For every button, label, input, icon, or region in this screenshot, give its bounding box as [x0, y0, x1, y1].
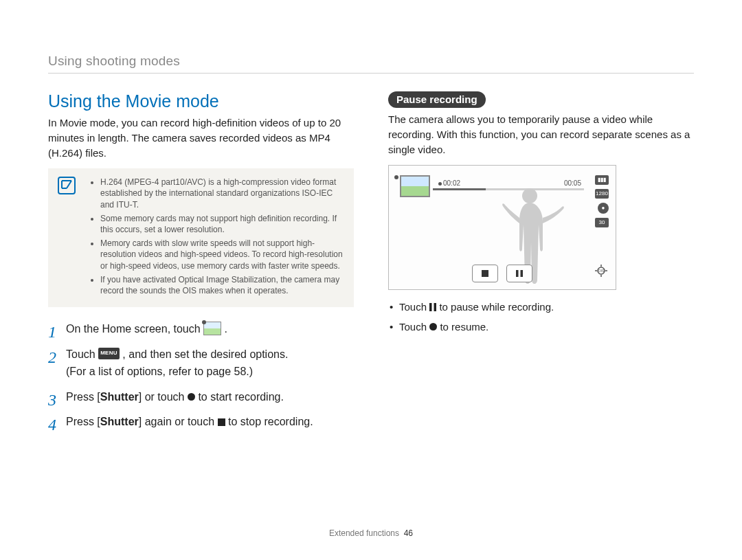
section-title: Using the Movie mode: [48, 91, 354, 111]
note-item: Memory cards with slow write speeds will…: [100, 238, 343, 271]
note-item: H.264 (MPEG-4 part10/AVC) is a high-comp…: [100, 177, 343, 210]
step-text: to start recording.: [198, 391, 284, 403]
footer-section: Extended functions: [329, 528, 399, 538]
svg-rect-4: [516, 270, 519, 277]
right-column: Pause recording The camera allows you to…: [388, 91, 694, 439]
pause-icon: [429, 303, 436, 311]
playback-controls: [472, 265, 532, 282]
progress-fill: [433, 188, 486, 190]
left-column: Using the Movie mode In Movie mode, you …: [48, 91, 354, 439]
shutter-label: Shutter: [100, 416, 139, 427]
svg-rect-7: [434, 303, 437, 311]
note-icon: [58, 177, 76, 194]
menu-icon: MENU: [98, 348, 120, 359]
bullet-text: to pause while recording.: [439, 301, 554, 313]
intro-paragraph: The camera allows you to temporarily pau…: [388, 112, 694, 157]
note-item: If you have activated Optical Image Stab…: [100, 274, 343, 296]
step-text: ] again or touch: [139, 416, 218, 427]
step-text: .: [225, 323, 227, 335]
step-2: Touch MENU , and then set the desired op…: [48, 346, 354, 381]
step-4: Press [Shutter] again or touch to stop r…: [48, 414, 354, 431]
svg-rect-6: [429, 303, 432, 311]
bullet-item: Touch to pause while recording.: [388, 300, 694, 315]
step-text: , and then set the desired options.: [122, 348, 288, 360]
bullet-text: Touch: [399, 301, 429, 313]
home-thumbnail-icon: [203, 322, 221, 335]
note-item: Some memory cards may not support high d…: [100, 213, 343, 235]
record-indicator-icon: [394, 175, 398, 179]
record-dot-icon: [188, 393, 195, 401]
shutter-label: Shutter: [100, 391, 139, 403]
elapsed-time: 00:02: [438, 179, 460, 187]
subsection-pill: Pause recording: [388, 91, 486, 108]
breadcrumb: Using shooting modes: [48, 54, 694, 69]
camera-screen-preview: 00:02 00:05 ▮▮▮ 1280 ● 30 OIS: [388, 165, 616, 290]
step-subtext: (For a list of options, refer to page 58…: [66, 366, 253, 377]
note-box: H.264 (MPEG-4 part10/AVC) is a high-comp…: [48, 168, 354, 307]
fps-icon: 30: [595, 218, 609, 227]
step-text: On the Home screen, touch: [66, 323, 203, 335]
steps-list: On the Home screen, touch . Touch MENU ,…: [48, 321, 354, 431]
svg-point-2: [522, 188, 537, 203]
battery-icon: ▮▮▮: [595, 175, 609, 185]
bullet-text: to resume.: [440, 321, 488, 333]
stop-button[interactable]: [472, 265, 498, 282]
step-text: Touch: [66, 348, 98, 360]
preview-thumbnail: [400, 175, 430, 197]
pause-button[interactable]: [506, 265, 532, 282]
step-text: to stop recording.: [228, 416, 313, 427]
ois-icon: OIS: [594, 263, 609, 278]
svg-rect-3: [482, 270, 488, 277]
svg-text:OIS: OIS: [598, 269, 605, 273]
bullet-text: Touch: [399, 321, 429, 333]
resolution-icon: 1280: [595, 189, 609, 199]
step-text: Press [: [66, 416, 100, 427]
status-icons: ▮▮▮ 1280 ● 30: [595, 175, 609, 227]
mic-icon: ●: [598, 203, 609, 214]
page-number: 46: [404, 528, 413, 538]
step-1: On the Home screen, touch .: [48, 321, 354, 338]
note-list: H.264 (MPEG-4 part10/AVC) is a high-comp…: [89, 177, 343, 296]
step-3: Press [Shutter] or touch to start record…: [48, 389, 354, 406]
instruction-bullets: Touch to pause while recording. Touch to…: [388, 300, 694, 335]
step-text: Press [: [66, 391, 100, 403]
page-footer: Extended functions 46: [0, 528, 742, 538]
record-dot-icon: [429, 323, 437, 331]
manual-page: Using shooting modes Using the Movie mod…: [0, 0, 742, 560]
step-text: ] or touch: [139, 391, 188, 403]
bullet-item: Touch to resume.: [388, 320, 694, 335]
stop-square-icon: [218, 418, 225, 426]
divider: [48, 73, 694, 74]
svg-rect-5: [521, 270, 524, 277]
intro-paragraph: In Movie mode, you can record high-defin…: [48, 115, 354, 160]
two-column-layout: Using the Movie mode In Movie mode, you …: [48, 91, 694, 439]
